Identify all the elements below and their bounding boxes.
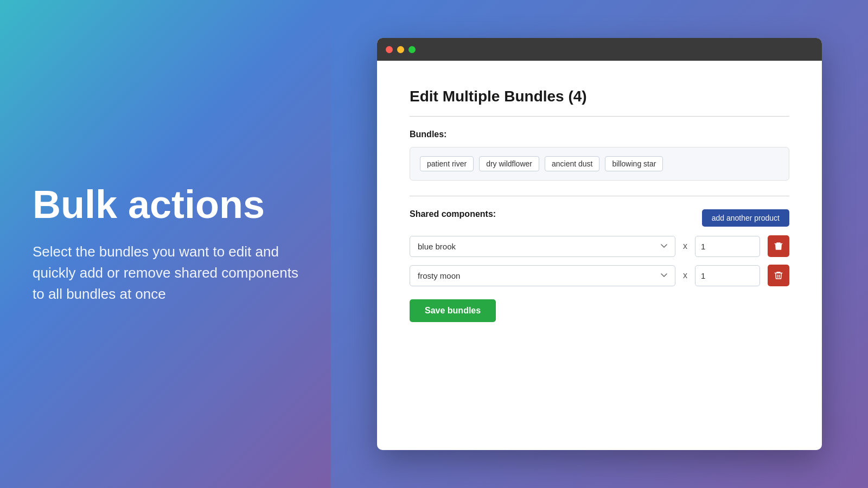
bundle-tag-dry-wildflower: dry wildflower	[479, 156, 539, 171]
bundle-tag-billowing-star: billowing star	[605, 156, 663, 171]
product-select-2[interactable]: frosty moon	[410, 265, 675, 286]
bundles-container: patient river dry wildflower ancient dus…	[410, 147, 789, 181]
quantity-input-1[interactable]	[695, 236, 760, 257]
title-divider	[410, 116, 789, 117]
delete-button-1[interactable]	[768, 235, 789, 257]
shared-components-header: Shared components: add another product	[410, 209, 789, 227]
browser-window: Edit Multiple Bundles (4) Bundles: patie…	[377, 38, 822, 450]
browser-titlebar	[377, 38, 822, 61]
save-bundles-button[interactable]: Save bundles	[410, 299, 496, 322]
bundle-tag-patient-river: patient river	[420, 156, 474, 171]
multiplier-label-2: x	[683, 271, 687, 280]
minimize-icon[interactable]	[397, 46, 404, 53]
maximize-icon[interactable]	[409, 46, 416, 53]
add-another-product-button[interactable]: add another product	[702, 209, 789, 227]
product-row-frosty-moon: frosty moon x	[410, 265, 789, 286]
bundles-label: Bundles:	[410, 130, 789, 139]
bulk-actions-heading: Bulk actions	[33, 183, 298, 226]
right-panel: Edit Multiple Bundles (4) Bundles: patie…	[331, 0, 868, 488]
delete-button-2[interactable]	[768, 265, 789, 286]
trash-icon-1	[774, 241, 783, 251]
trash-icon-2	[774, 271, 783, 280]
quantity-input-2[interactable]	[695, 265, 760, 286]
shared-components-label: Shared components:	[410, 209, 496, 219]
multiplier-label-1: x	[683, 241, 687, 251]
left-panel: Bulk actions Select the bundles you want…	[0, 0, 331, 488]
browser-content: Edit Multiple Bundles (4) Bundles: patie…	[377, 61, 822, 450]
bundles-divider	[410, 196, 789, 196]
close-icon[interactable]	[386, 46, 393, 53]
product-row-blue-brook: blue brook x	[410, 235, 789, 257]
page-title: Edit Multiple Bundles (4)	[410, 88, 789, 105]
bulk-actions-description: Select the bundles you want to edit and …	[33, 241, 298, 305]
bundle-tag-ancient-dust: ancient dust	[545, 156, 600, 171]
product-select-1[interactable]: blue brook	[410, 236, 675, 257]
